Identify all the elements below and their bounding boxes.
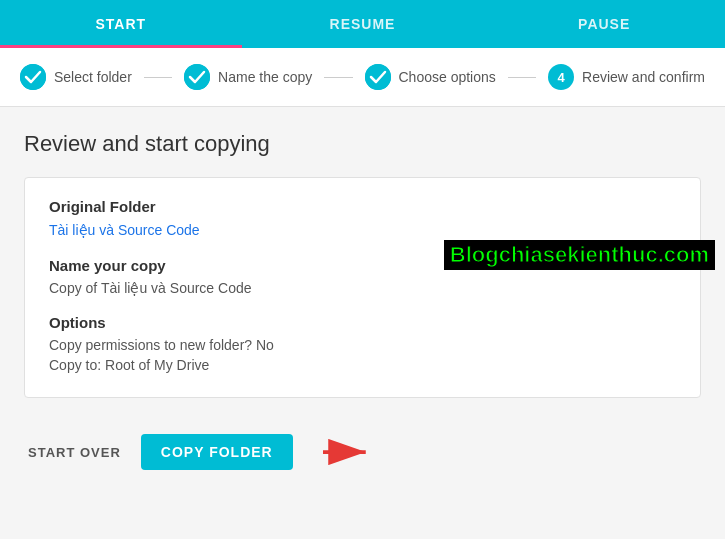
step-divider-3 xyxy=(508,77,536,78)
step-2-icon xyxy=(184,64,210,90)
arrow-container xyxy=(317,437,377,467)
name-copy-title: Name your copy xyxy=(49,257,676,274)
step-1-icon xyxy=(20,64,46,90)
nav-item-start[interactable]: START xyxy=(0,0,242,48)
nav-item-pause[interactable]: PAUSE xyxy=(483,0,725,48)
svg-point-0 xyxy=(20,64,46,90)
step-2: Name the copy xyxy=(184,64,312,90)
options-line-2: Copy to: Root of My Drive xyxy=(49,357,676,373)
step-3: Choose options xyxy=(365,64,496,90)
review-card: Original Folder Tài liệu và Source Code … xyxy=(24,177,701,398)
step-4-icon: 4 xyxy=(548,64,574,90)
step-divider-2 xyxy=(324,77,352,78)
step-3-icon xyxy=(365,64,391,90)
original-folder-link[interactable]: Tài liệu và Source Code xyxy=(49,222,200,238)
options-title: Options xyxy=(49,314,676,331)
name-copy-section: Name your copy Copy of Tài liệu và Sourc… xyxy=(49,257,676,296)
page-title: Review and start copying xyxy=(24,131,701,157)
copy-folder-button[interactable]: COPY FOLDER xyxy=(141,434,293,470)
options-line-1: Copy permissions to new folder? No xyxy=(49,337,676,353)
step-2-label: Name the copy xyxy=(218,69,312,85)
svg-point-2 xyxy=(365,64,391,90)
name-copy-value: Copy of Tài liệu và Source Code xyxy=(49,280,676,296)
main-content: Review and start copying Original Folder… xyxy=(0,107,725,434)
nav-item-resume[interactable]: RESUME xyxy=(242,0,484,48)
steps-bar: Select folder Name the copy Choose optio xyxy=(0,48,725,107)
step-4: 4 Review and confirm xyxy=(548,64,705,90)
footer-actions: START OVER COPY FOLDER xyxy=(0,434,725,486)
step-1-label: Select folder xyxy=(54,69,132,85)
start-over-button[interactable]: START OVER xyxy=(24,437,125,468)
step-4-label: Review and confirm xyxy=(582,69,705,85)
step-divider-1 xyxy=(144,77,172,78)
top-nav: START RESUME PAUSE xyxy=(0,0,725,48)
page-wrapper: START RESUME PAUSE Select folder xyxy=(0,0,725,539)
svg-point-1 xyxy=(184,64,210,90)
original-folder-title: Original Folder xyxy=(49,198,676,215)
step-3-label: Choose options xyxy=(399,69,496,85)
step-1: Select folder xyxy=(20,64,132,90)
arrow-icon xyxy=(317,437,377,467)
original-folder-section: Original Folder Tài liệu và Source Code xyxy=(49,198,676,239)
options-section: Options Copy permissions to new folder? … xyxy=(49,314,676,373)
